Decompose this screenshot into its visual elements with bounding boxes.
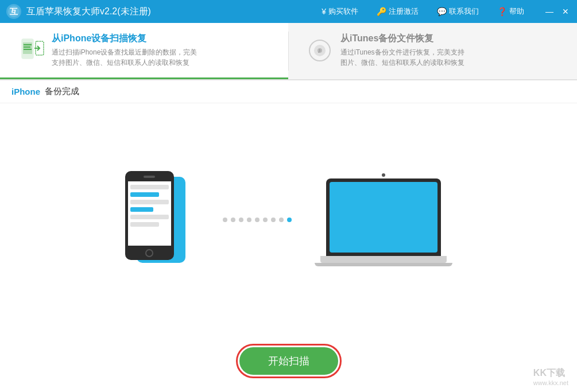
iphone-scan-text-group: 从iPhone设备扫描恢复 通过扫描iPhone设备查找最近删除的数据，完美支持…	[52, 33, 197, 68]
register-button[interactable]: 🔑 注册激活	[372, 4, 423, 19]
transfer-dots	[223, 218, 292, 222]
itunes-backup-icon: ♪	[306, 37, 334, 64]
titlebar-right: ¥ 购买软件 🔑 注册激活 💬 联系我们 ❓ 帮助 — ✕	[317, 4, 571, 19]
screen-line-5	[130, 215, 169, 219]
iphone-scan-icon	[17, 37, 45, 64]
dot-2	[239, 218, 243, 222]
status-bar: iPhone 备份完成	[0, 80, 577, 103]
help-icon: ❓	[497, 7, 507, 16]
tab-iphone-scan[interactable]: 从iPhone设备扫描恢复 通过扫描iPhone设备查找最近删除的数据，完美支持…	[0, 23, 288, 79]
register-icon: 🔑	[377, 7, 386, 16]
titlebar: 互 互盾苹果恢复大师v2.2(未注册) ¥ 购买软件 🔑 注册激活 💬 联系我们…	[0, 0, 577, 23]
dot-4	[255, 218, 260, 222]
phone-speaker	[144, 176, 155, 178]
dot-0	[223, 218, 227, 222]
iphone-scan-title: 从iPhone设备扫描恢复	[52, 33, 197, 45]
phone-front	[125, 171, 174, 260]
help-button[interactable]: ❓ 帮助	[493, 4, 529, 19]
phone-illustration	[125, 171, 200, 269]
dot-7	[279, 218, 284, 222]
close-button[interactable]: ✕	[560, 6, 571, 17]
screen-line-3	[130, 200, 169, 204]
phone-home-button	[145, 249, 153, 257]
screen-line-6	[130, 222, 159, 227]
dot-8	[287, 218, 292, 222]
phone-screen	[128, 181, 171, 246]
illustration-area	[0, 103, 577, 336]
watermark-brand: KK下载	[533, 367, 568, 379]
screen-line-1	[130, 185, 169, 189]
svg-text:互: 互	[10, 7, 18, 16]
dot-5	[263, 218, 268, 222]
app-title: 互盾苹果恢复大师v2.2(未注册)	[26, 6, 151, 18]
laptop-base	[320, 256, 447, 263]
button-area: 开始扫描	[0, 336, 577, 392]
itunes-backup-desc: 通过iTunes备份文件进行恢复，完美支持图片、微信、短信和联系人的读取和恢复	[340, 47, 464, 68]
titlebar-left: 互 互盾苹果恢复大师v2.2(未注册)	[6, 3, 151, 20]
dot-3	[247, 218, 251, 222]
dot-6	[271, 218, 276, 222]
tab-itunes-backup[interactable]: ♪ 从iTunes备份文件恢复 通过iTunes备份文件进行恢复，完美支持图片、…	[289, 23, 577, 79]
status-text: 备份完成	[45, 86, 79, 97]
start-scan-button[interactable]: 开始扫描	[239, 347, 338, 375]
laptop-camera	[382, 173, 385, 177]
screen-line-2	[130, 192, 159, 197]
laptop-screen-display	[330, 182, 437, 253]
main-content: iPhone 备份完成	[0, 80, 577, 392]
device-name[interactable]: iPhone	[11, 87, 40, 96]
tab-bar: 从iPhone设备扫描恢复 通过扫描iPhone设备查找最近删除的数据，完美支持…	[0, 23, 577, 80]
itunes-backup-title: 从iTunes备份文件恢复	[340, 33, 464, 45]
itunes-backup-text-group: 从iTunes备份文件恢复 通过iTunes备份文件进行恢复，完美支持图片、微信…	[340, 33, 464, 68]
app-logo-icon: 互	[6, 3, 22, 20]
watermark-url: www.kkx.net	[533, 379, 568, 386]
contact-icon: 💬	[437, 7, 447, 16]
laptop-illustration	[315, 173, 452, 266]
laptop-screen	[326, 178, 441, 256]
screen-content	[128, 181, 171, 233]
dot-1	[231, 218, 235, 222]
buy-button[interactable]: ¥ 购买软件	[317, 4, 363, 19]
laptop-base-bottom	[315, 263, 452, 266]
iphone-scan-desc: 通过扫描iPhone设备查找最近删除的数据，完美支持图片、微信、短信和联系人的读…	[52, 47, 197, 68]
buy-icon: ¥	[322, 7, 326, 16]
window-controls: — ✕	[544, 6, 571, 17]
minimize-button[interactable]: —	[544, 6, 555, 17]
screen-line-4	[130, 207, 153, 212]
svg-text:♪: ♪	[317, 46, 321, 55]
contact-button[interactable]: 💬 联系我们	[432, 4, 483, 19]
watermark: KK下载 www.kkx.net	[533, 367, 568, 386]
